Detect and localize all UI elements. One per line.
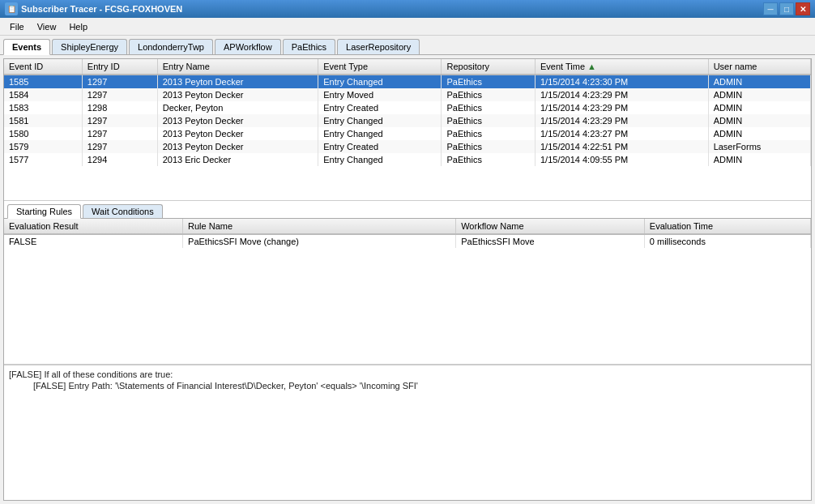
- main-panel: Event ID Entry ID Entry Name Event Type …: [3, 58, 812, 501]
- table-row[interactable]: FALSEPaEthicsSFI Move (change)PaEthicsSF…: [4, 234, 811, 248]
- window-title: Subscriber Tracer - FCSG-FOXHOVEN: [21, 4, 763, 14]
- tab-paethics[interactable]: PaEthics: [283, 39, 335, 54]
- rules-section[interactable]: Evaluation Result Rule Name Workflow Nam…: [4, 219, 811, 365]
- tab-wait-conditions[interactable]: Wait Conditions: [83, 204, 163, 218]
- conditions-area[interactable]: [FALSE] If all of these conditions are t…: [4, 365, 811, 500]
- tab-shipley[interactable]: ShipleyEnergy: [52, 39, 127, 54]
- col-eval-time[interactable]: Evaluation Time: [644, 219, 810, 234]
- col-entry-name[interactable]: Entry Name: [157, 59, 318, 75]
- condition-line: [FALSE] If all of these conditions are t…: [9, 369, 806, 380]
- main-tab-strip: Events ShipleyEnergy LondonderryTwp APWo…: [0, 36, 815, 55]
- window-controls: ─ □ ✕: [763, 2, 810, 15]
- col-event-type[interactable]: Event Type: [318, 59, 442, 75]
- table-row[interactable]: 158112972013 Peyton DeckerEntry ChangedP…: [4, 114, 811, 127]
- menu-bar: File View Help: [0, 18, 815, 36]
- col-username[interactable]: User name: [708, 59, 810, 75]
- menu-help[interactable]: Help: [62, 20, 94, 33]
- app-icon: 📋: [5, 2, 18, 15]
- tab-londonderry[interactable]: LondonderryTwp: [129, 39, 213, 54]
- tab-events[interactable]: Events: [3, 39, 50, 55]
- tab-laser[interactable]: LaserRepository: [337, 39, 420, 54]
- col-workflow-name[interactable]: Workflow Name: [456, 219, 645, 234]
- rules-table: Evaluation Result Rule Name Workflow Nam…: [4, 219, 811, 248]
- events-table-wrapper[interactable]: Event ID Entry ID Entry Name Event Type …: [4, 59, 811, 201]
- main-content: Events ShipleyEnergy LondonderryTwp APWo…: [0, 36, 815, 504]
- col-entry-id[interactable]: Entry ID: [82, 59, 157, 75]
- table-row[interactable]: 157712942013 Eric DeckerEntry ChangedPaE…: [4, 153, 811, 166]
- table-row[interactable]: 157912972013 Peyton DeckerEntry CreatedP…: [4, 140, 811, 153]
- table-row[interactable]: 158012972013 Peyton DeckerEntry ChangedP…: [4, 127, 811, 140]
- table-row[interactable]: 158412972013 Peyton DeckerEntry MovedPaE…: [4, 88, 811, 101]
- col-rule-name[interactable]: Rule Name: [183, 219, 456, 234]
- table-row[interactable]: 15831298Decker, PeytonEntry CreatedPaEth…: [4, 101, 811, 114]
- table-row[interactable]: 158512972013 Peyton DeckerEntry ChangedP…: [4, 75, 811, 88]
- col-event-time[interactable]: Event Time: [536, 59, 709, 75]
- menu-file[interactable]: File: [3, 20, 31, 33]
- condition-line: [FALSE] Entry Path: '\Statements of Fina…: [9, 380, 806, 391]
- col-eval-result[interactable]: Evaluation Result: [4, 219, 183, 234]
- col-event-id[interactable]: Event ID: [4, 59, 82, 75]
- minimize-button[interactable]: ─: [763, 2, 778, 15]
- restore-button[interactable]: □: [779, 2, 794, 15]
- close-button[interactable]: ✕: [796, 2, 810, 15]
- menu-view[interactable]: View: [31, 20, 63, 33]
- col-repository[interactable]: Repository: [442, 59, 536, 75]
- tab-starting-rules[interactable]: Starting Rules: [7, 204, 81, 219]
- tab-apworkflow[interactable]: APWorkflow: [215, 39, 281, 54]
- lower-tab-strip: Starting Rules Wait Conditions: [4, 201, 811, 219]
- title-bar: 📋 Subscriber Tracer - FCSG-FOXHOVEN ─ □ …: [0, 0, 815, 18]
- events-table: Event ID Entry ID Entry Name Event Type …: [4, 59, 811, 166]
